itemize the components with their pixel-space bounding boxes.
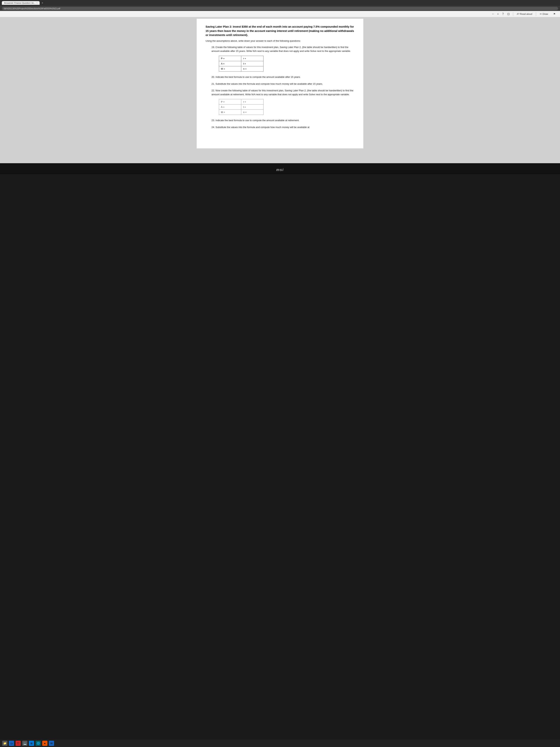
zoom-out-button[interactable]: − <box>491 12 495 16</box>
taskbar: 📁 🗂 🛡 💻 ⊞ 🌐 ● W <box>0 740 560 747</box>
question-20-text: 20. Indicate the best formula to use to … <box>212 75 354 79</box>
msi-brand: msi <box>0 163 560 174</box>
table-row: P = r = <box>219 99 264 104</box>
cell-r2: r = <box>241 99 264 104</box>
cell-a: A = <box>219 61 241 66</box>
table-2: P = r = A = t = M = n = <box>219 99 264 115</box>
question-19-text: 19. Create the following table of values… <box>212 45 354 53</box>
flag-button[interactable]: ⚑ <box>552 12 557 16</box>
question-24-text: 24. Substitute the values into the formu… <box>212 125 354 129</box>
table-row: M = n = <box>219 66 264 71</box>
active-tab[interactable]: Answered: Finance Question | br... × <box>2 1 39 5</box>
cell-t: t = <box>241 61 264 66</box>
cell-p: P = <box>219 56 241 61</box>
taskbar-icon-windows[interactable]: ⊞ <box>29 741 34 746</box>
pdf-toolbar: − + ? ⊡ Aº Read aloud ✏ Draw ⚑ <box>0 11 560 17</box>
address-bar[interactable]: 0&%201130%20Project%20Directions%20Fall2… <box>2 7 558 10</box>
taskbar-icon-file-manager[interactable]: 📁 <box>2 741 7 746</box>
cell-n: n = <box>241 66 264 71</box>
plan-title: Saving Later Plan 2: <box>206 25 232 28</box>
tab-label: Answered: Finance Question | br... <box>4 2 35 4</box>
tab-bar: Answered: Finance Question | br... × + <box>2 1 45 5</box>
question-22-block: 22. Now create the following table of va… <box>206 89 354 115</box>
cell-m: M = <box>219 66 241 71</box>
question-23-block: 23. Indicate the best formula to use to … <box>206 119 354 123</box>
question-21-text: 21. Substitute the values into the formu… <box>212 82 354 86</box>
table-row: P = r = <box>219 56 264 61</box>
read-aloud-button[interactable]: Aº Read aloud <box>515 12 534 16</box>
cell-r: r = <box>241 56 264 61</box>
browser-chrome: Answered: Finance Question | br... × + <box>0 0 560 6</box>
cell-a2: A = <box>219 104 241 110</box>
cell-t2: t = <box>241 104 264 110</box>
draw-button[interactable]: ✏ Draw <box>538 12 550 16</box>
pdf-content: Saving Later Plan 2: Invest $350 at the … <box>197 19 363 148</box>
taskbar-icon-explorer[interactable]: 🗂 <box>9 741 14 746</box>
table-row: M = n = <box>219 110 264 115</box>
taskbar-icon-app3[interactable]: 💻 <box>22 741 27 746</box>
fit-page-button[interactable]: ⊡ <box>506 12 511 16</box>
question-21-block: 21. Substitute the values into the formu… <box>206 82 354 86</box>
cell-m2: M = <box>219 110 241 115</box>
cell-p2: P = <box>219 99 241 104</box>
tooltip-button[interactable]: ? <box>501 12 505 16</box>
tab-close-button[interactable]: × <box>36 2 37 4</box>
section-title: Saving Later Plan 2: Invest $350 at the … <box>206 25 354 37</box>
taskbar-icon-word[interactable]: W <box>49 741 54 746</box>
address-bar-row: 0&%201130%20Project%20Directions%20Fall2… <box>0 6 560 11</box>
question-20-block: 20. Indicate the best formula to use to … <box>206 75 354 79</box>
zoom-controls: − + ? ⊡ <box>491 12 511 16</box>
new-tab-button[interactable]: + <box>41 1 44 5</box>
question-24-block: 24. Substitute the values into the formu… <box>206 125 354 129</box>
table-row: A = t = <box>219 104 264 110</box>
question-22-text: 22. Now create the following table of va… <box>212 89 354 97</box>
table-row: A = t = <box>219 61 264 66</box>
question-23-text: 23. Indicate the best formula to use to … <box>212 119 354 123</box>
assumptions-text: Using the assumptions above, write down … <box>206 39 354 43</box>
cell-n2: n = <box>241 110 264 115</box>
taskbar-icon-app4[interactable]: ● <box>42 741 47 746</box>
zoom-in-button[interactable]: + <box>496 12 500 16</box>
taskbar-icon-antivirus[interactable]: 🛡 <box>16 741 21 746</box>
pdf-outer: Saving Later Plan 2: Invest $350 at the … <box>0 17 560 163</box>
question-19-block: 19. Create the following table of values… <box>206 45 354 72</box>
taskbar-icon-browser[interactable]: 🌐 <box>35 741 41 746</box>
table-1: P = r = A = t = M = n = <box>219 56 264 72</box>
